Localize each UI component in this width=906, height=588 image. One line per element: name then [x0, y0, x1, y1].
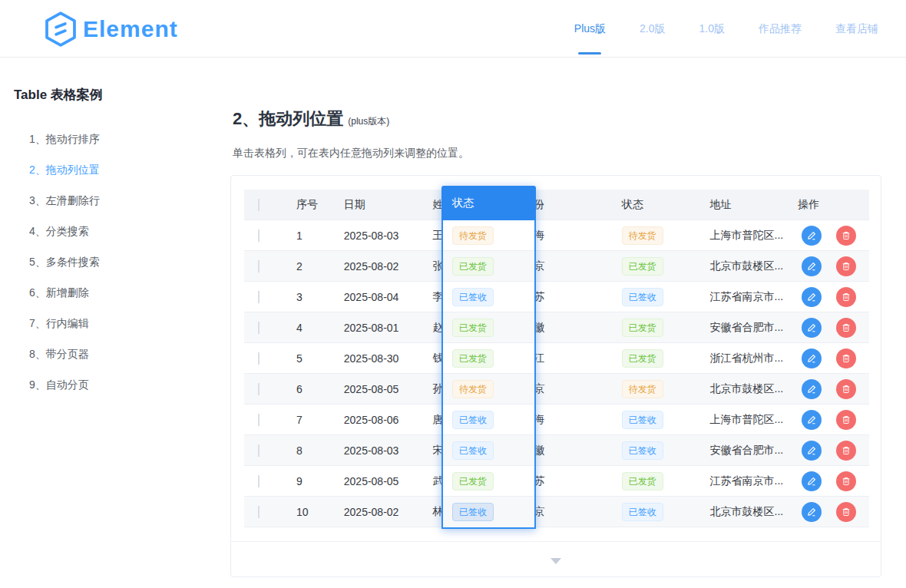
drag-overlay[interactable]: 状态 待发货已发货已签收已发货已发货待发货已签收已签收已发货已签收	[441, 186, 536, 529]
trash-icon	[841, 261, 851, 272]
row-checkbox[interactable]	[258, 383, 260, 395]
trash-icon	[841, 292, 851, 302]
edit-button[interactable]	[802, 441, 822, 461]
edit-button[interactable]	[802, 256, 822, 276]
sidebar: Table 表格案例 1、拖动行排序2、拖动列位置3、左滑删除行4、分类搜索5、…	[14, 86, 206, 400]
drag-overlay-header[interactable]: 状态	[441, 186, 536, 220]
delete-button[interactable]	[836, 318, 856, 338]
delete-button[interactable]	[836, 256, 856, 276]
column-header-6[interactable]: 操作	[784, 198, 869, 212]
row-checkbox[interactable]	[258, 475, 260, 487]
cell-status: 已签收	[608, 441, 696, 460]
cell-index: 2	[283, 260, 330, 273]
pencil-icon	[806, 476, 817, 487]
cell-date: 2025-08-02	[330, 260, 419, 273]
column-header-0[interactable]: 序号	[283, 198, 330, 212]
sidebar-item-0[interactable]: 1、拖动行排序	[14, 124, 206, 154]
cell-date: 2025-08-04	[330, 291, 419, 303]
delete-button[interactable]	[836, 379, 856, 399]
delete-button[interactable]	[836, 471, 856, 491]
table-row: 42025-08-01赵安徽已发货安徽省合肥市...	[244, 312, 869, 343]
delete-button[interactable]	[836, 226, 856, 246]
cell-index: 5	[283, 352, 330, 365]
sidebar-item-1[interactable]: 2、拖动列位置	[14, 154, 206, 185]
delete-button[interactable]	[836, 349, 856, 368]
delete-button[interactable]	[836, 502, 856, 522]
edit-button[interactable]	[802, 410, 822, 430]
row-checkbox[interactable]	[258, 414, 260, 426]
row-checkbox[interactable]	[258, 322, 260, 334]
delete-button[interactable]	[836, 441, 856, 461]
nav-item-0[interactable]: Plus版	[557, 0, 623, 58]
edit-button[interactable]	[802, 349, 822, 368]
pencil-icon	[806, 261, 817, 272]
nav-item-3[interactable]: 作品推荐	[742, 0, 818, 58]
table-row: 82025-08-03宋安徽已签收安徽省合肥市...	[244, 435, 869, 466]
cell-index: 4	[283, 322, 330, 334]
edit-button[interactable]	[802, 502, 822, 522]
cell-address: 北京市鼓楼区...	[696, 259, 785, 273]
sidebar-item-2[interactable]: 3、左滑删除行	[14, 185, 206, 216]
cell-status: 已签收	[608, 411, 696, 429]
column-header-5[interactable]: 地址	[696, 198, 785, 212]
pencil-icon	[806, 507, 817, 517]
sidebar-item-3[interactable]: 4、分类搜索	[14, 216, 206, 246]
cell-address: 安徽省合肥市...	[696, 321, 785, 335]
row-checkbox-cell	[244, 383, 283, 395]
drag-overlay-status-tag: 已签收	[452, 411, 494, 429]
edit-button[interactable]	[802, 287, 822, 307]
table-row: 12025-08-03王上海待发货上海市普陀区...	[244, 220, 869, 251]
nav-item-4[interactable]: 查看店铺	[818, 0, 895, 58]
row-checkbox[interactable]	[258, 444, 260, 457]
brand-logo[interactable]: Element	[45, 12, 178, 47]
row-checkbox[interactable]	[258, 506, 260, 518]
row-checkbox[interactable]	[258, 291, 260, 303]
drag-overlay-status-tag: 已签收	[452, 288, 494, 306]
cell-date: 2025-08-02	[330, 506, 419, 518]
cell-status: 已发货	[608, 319, 696, 337]
status-tag: 已发货	[622, 319, 663, 337]
drag-overlay-cell: 已发货	[443, 251, 534, 282]
page-title: 2、拖动列位置(plus版本)	[233, 107, 389, 130]
cell-address: 北京市鼓楼区...	[696, 505, 785, 519]
expand-toggle[interactable]	[231, 550, 881, 573]
cell-address: 安徽省合肥市...	[696, 444, 785, 458]
edit-button[interactable]	[802, 226, 822, 246]
status-tag: 已发货	[622, 472, 663, 491]
table-row: 72025-08-06唐上海已签收上海市普陀区...	[244, 405, 869, 435]
trash-icon	[841, 507, 851, 517]
delete-button[interactable]	[836, 410, 856, 430]
pencil-icon	[806, 230, 817, 241]
sidebar-item-8[interactable]: 9、自动分页	[14, 369, 206, 400]
drag-overlay-status-tag: 待发货	[452, 226, 494, 245]
sidebar-item-5[interactable]: 6、新增删除	[14, 277, 206, 308]
sidebar-item-4[interactable]: 5、多条件搜索	[14, 246, 206, 277]
status-tag: 已签收	[622, 441, 663, 460]
drag-overlay-status-tag: 已发货	[452, 472, 494, 491]
nav-item-2[interactable]: 1.0版	[683, 0, 742, 58]
edit-button[interactable]	[802, 379, 822, 399]
edit-button[interactable]	[802, 318, 822, 338]
status-tag: 已发货	[622, 349, 663, 368]
cell-date: 2025-08-05	[330, 383, 419, 395]
cell-address: 北京市鼓楼区...	[696, 382, 785, 396]
row-checkbox[interactable]	[258, 260, 260, 273]
edit-button[interactable]	[802, 471, 822, 491]
cell-address: 江苏省南京市...	[696, 290, 785, 304]
column-header-1[interactable]: 日期	[330, 198, 419, 212]
cell-date: 2025-08-30	[330, 352, 419, 365]
nav-item-1[interactable]: 2.0版	[623, 0, 682, 58]
select-all-checkbox[interactable]	[258, 199, 260, 211]
column-header-4[interactable]: 状态	[608, 198, 696, 212]
cell-index: 7	[283, 414, 330, 426]
row-checkbox[interactable]	[258, 230, 260, 242]
top-nav: Plus版2.0版1.0版作品推荐查看店铺	[557, 0, 895, 58]
sidebar-item-7[interactable]: 8、带分页器	[14, 339, 206, 369]
delete-button[interactable]	[836, 287, 856, 307]
trash-icon	[841, 230, 851, 241]
sidebar-item-6[interactable]: 7、行内编辑	[14, 308, 206, 339]
row-checkbox[interactable]	[258, 352, 260, 365]
cell-index: 3	[283, 291, 330, 303]
page-description: 单击表格列，可在表内任意拖动列来调整的位置。	[233, 147, 469, 160]
nav-active-underline	[578, 52, 601, 55]
